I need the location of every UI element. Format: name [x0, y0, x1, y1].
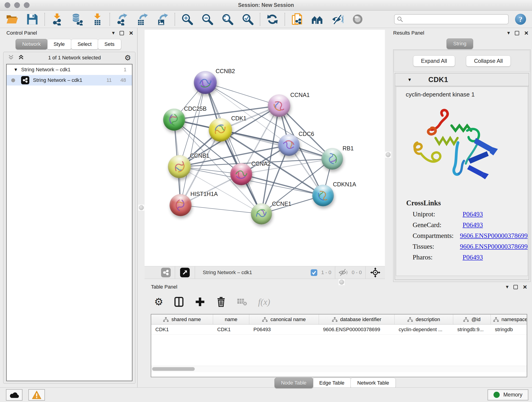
delete-column-icon[interactable] — [216, 297, 226, 307]
network-node-cdk1[interactable] — [209, 118, 232, 142]
table-options-gear-icon[interactable]: ⚙ — [154, 297, 163, 307]
network-view-canvas[interactable]: CCNB2 CCNA1 CDC25B CDK1 CDC6 RB1 CCNB1 — [145, 30, 385, 266]
node-label-cdc25b: CDC25B — [184, 105, 207, 112]
refresh-view-button[interactable] — [266, 13, 279, 26]
gene-expander-icon[interactable]: ▼ — [408, 78, 411, 82]
hidden-eye-icon[interactable] — [338, 268, 348, 277]
table-cell[interactable]: CDK1 — [151, 325, 213, 334]
pan-crosshair-icon[interactable] — [370, 268, 380, 278]
network-edge[interactable] — [181, 205, 261, 214]
show-columns-icon[interactable] — [174, 297, 184, 307]
network-options-gear-icon[interactable]: ⚙ — [124, 54, 131, 61]
network-node-hist1h1a[interactable] — [170, 194, 191, 216]
crosslink-link[interactable]: P06493 — [462, 211, 483, 218]
control-panel-collapse-icon[interactable]: ▼ — [112, 31, 115, 35]
houses-button[interactable] — [311, 13, 323, 26]
network-node-ccna2[interactable] — [230, 163, 252, 185]
column-header-shared-name[interactable]: shared name — [151, 314, 213, 324]
tab-node-table[interactable]: Node Table — [274, 378, 313, 388]
expand-all-button[interactable]: Expand All — [413, 56, 455, 66]
network-node-cdc25b[interactable] — [163, 109, 185, 131]
network-collection-row[interactable]: ▼ String Network – cdk1 1 — [7, 64, 132, 75]
tab-string[interactable]: String — [447, 38, 473, 49]
tab-edge-table[interactable]: Edge Table — [313, 378, 351, 388]
sphere-eye-button[interactable] — [351, 13, 364, 26]
birds-eye-grid-icon[interactable] — [150, 268, 158, 277]
network-edge[interactable] — [181, 83, 205, 205]
network-node-cdc6[interactable] — [278, 134, 300, 156]
zoom-fit-button[interactable] — [221, 13, 234, 26]
collection-expander-icon[interactable]: ▼ — [14, 68, 17, 72]
tab-network[interactable]: Network — [16, 39, 47, 50]
zoom-selected-button[interactable] — [241, 13, 254, 26]
control-panel-float-icon[interactable] — [120, 31, 124, 35]
control-panel-close-icon[interactable]: × — [129, 31, 133, 35]
column-header-name[interactable]: name — [213, 314, 249, 324]
column-header-canonical-name[interactable]: canonical name — [249, 314, 319, 324]
table-cell[interactable]: stringdb — [491, 325, 527, 334]
network-edge[interactable] — [205, 83, 279, 106]
column-header-description[interactable]: description — [394, 314, 453, 324]
save-session-button[interactable] — [26, 13, 38, 26]
vertical-splitter-handle-left[interactable] — [138, 205, 144, 211]
results-panel-close-icon[interactable]: × — [524, 31, 528, 35]
network-node-ccnb2[interactable] — [194, 71, 217, 94]
table-cell[interactable]: 9606.ENSP00000378699 — [319, 325, 394, 334]
tab-select[interactable]: Select — [71, 39, 98, 50]
network-node-ccne1[interactable] — [251, 203, 272, 224]
zoom-out-button[interactable] — [201, 13, 214, 26]
crosslink-link[interactable]: 9606.ENSP00000378699 — [460, 243, 528, 250]
results-panel-float-icon[interactable] — [515, 31, 519, 35]
network-edge[interactable] — [220, 130, 332, 159]
import-network-from-database-button[interactable] — [71, 13, 83, 26]
table-scrollbar-thumb[interactable] — [152, 367, 195, 371]
import-table-button[interactable] — [91, 13, 104, 26]
tab-sets[interactable]: Sets — [98, 39, 121, 50]
crosslink-link[interactable]: P06493 — [462, 254, 483, 261]
detach-view-icon[interactable] — [180, 268, 190, 277]
network-share-icon[interactable] — [161, 268, 171, 277]
crosslink-link[interactable]: 9606.ENSP00000378699 — [460, 232, 528, 240]
horizontal-splitter-handle[interactable] — [339, 279, 345, 285]
help-button[interactable]: ? — [515, 14, 526, 25]
network-node-rb1[interactable] — [322, 148, 343, 170]
cloud-button[interactable] — [6, 389, 22, 401]
gene-section-header[interactable]: ▼ CDK1 — [395, 73, 529, 86]
selected-checkbox-icon[interactable] — [310, 269, 317, 276]
collapse-all-button[interactable]: Collapse All — [466, 56, 511, 66]
tab-network-table[interactable]: Network Table — [351, 378, 396, 388]
column-header--id[interactable]: @id — [453, 314, 491, 324]
clone-network-button[interactable] — [291, 13, 303, 26]
table-panel-collapse-icon[interactable]: ▼ — [506, 285, 509, 289]
column-header-database-identifier[interactable]: database identifier — [319, 314, 394, 324]
node-table-data-row[interactable]: CDK1CDK1P064939606.ENSP00000378699cyclin… — [151, 325, 527, 335]
zoom-in-button[interactable] — [181, 13, 193, 26]
table-cell[interactable]: cyclin-dependent ... — [394, 325, 453, 334]
table-cell[interactable]: stringdb:9... — [453, 325, 491, 334]
results-panel-collapse-icon[interactable]: ▼ — [507, 31, 510, 35]
collapse-all-networks-icon[interactable] — [7, 54, 14, 61]
table-cell[interactable]: CDK1 — [213, 325, 249, 334]
vertical-splitter-handle-right[interactable] — [385, 152, 391, 158]
network-node-ccna1[interactable] — [268, 95, 290, 117]
table-panel-close-icon[interactable]: × — [523, 285, 527, 289]
export-table-button[interactable] — [136, 13, 148, 26]
network-row-selected[interactable]: String Network – cdk1 11 48 — [7, 75, 132, 85]
tab-style[interactable]: Style — [47, 39, 71, 50]
expand-all-networks-icon[interactable] — [18, 54, 25, 61]
search-input[interactable] — [394, 14, 509, 24]
export-network-button[interactable] — [116, 13, 128, 26]
add-column-icon[interactable] — [195, 297, 205, 307]
network-node-cdkn1a[interactable] — [312, 185, 334, 206]
network-node-ccnb1[interactable] — [168, 155, 191, 178]
export-image-button[interactable] — [156, 13, 169, 26]
import-network-button[interactable] — [51, 13, 63, 26]
warning-button[interactable] — [28, 389, 45, 401]
table-panel-float-icon[interactable] — [513, 285, 518, 289]
table-cell[interactable]: P06493 — [249, 325, 319, 334]
crosslink-link[interactable]: P06493 — [462, 221, 483, 229]
memory-button[interactable]: Memory — [488, 389, 528, 400]
column-header-namespace[interactable]: namespace — [491, 314, 527, 324]
open-session-button[interactable] — [6, 13, 18, 26]
hide-selected-eye-button[interactable] — [331, 13, 344, 26]
